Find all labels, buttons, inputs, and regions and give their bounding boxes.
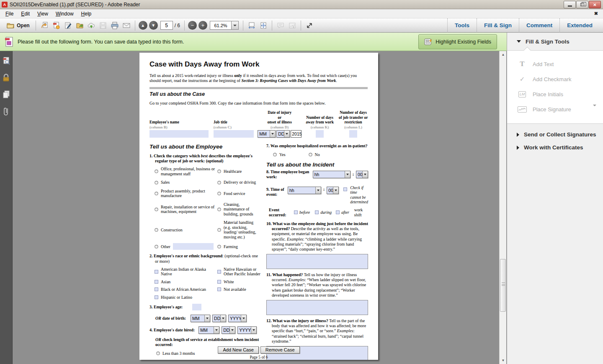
radio-option-other[interactable]: Other — [155, 243, 216, 250]
send-collect-signatures-section[interactable]: Send or Collect Signatures — [517, 131, 603, 138]
scrollbar-thumb[interactable] — [500, 259, 506, 312]
highlight-existing-fields-button[interactable]: Highlight Existing Fields — [418, 34, 497, 49]
open-button[interactable]: Open — [3, 20, 33, 31]
save-button[interactable] — [97, 20, 109, 31]
comment-tool-button[interactable] — [275, 20, 286, 31]
checkbox-icon[interactable] — [155, 280, 158, 284]
zoom-dropdown-button[interactable] — [232, 21, 239, 30]
radio-option[interactable]: Construction — [155, 220, 216, 239]
injury-day-select[interactable]: DD — [276, 130, 290, 138]
checkbox-option[interactable]: Not available — [217, 287, 261, 292]
radio-option[interactable]: Yes — [273, 152, 286, 157]
zoom-in-button[interactable]: + — [198, 21, 207, 30]
time-undetermined-checkbox[interactable] — [343, 187, 347, 191]
sign-document-button[interactable] — [62, 20, 74, 31]
event-time-minute-select[interactable]: 00 — [327, 187, 339, 194]
began-work-minute-select[interactable]: 00 — [356, 171, 368, 178]
upload-cloud-button[interactable] — [85, 20, 97, 31]
checkbox-icon[interactable] — [155, 287, 158, 291]
fill-sign-tools-header[interactable]: Fill & Sign Tools — [507, 33, 603, 50]
tab-tools[interactable]: Tools — [447, 18, 477, 33]
scroll-down-icon[interactable]: ▼ — [500, 359, 507, 362]
dob-year-select[interactable]: YYYY — [228, 315, 247, 322]
radio-option[interactable]: Delivery or driving — [217, 180, 261, 185]
days-transfer-input[interactable] — [349, 130, 357, 138]
radio-option[interactable]: Office, professional, business or manage… — [155, 167, 216, 176]
radio-icon[interactable] — [155, 208, 158, 211]
menu-window[interactable]: Window — [52, 10, 77, 18]
radio-option[interactable]: Product assembly, product manufacture — [155, 189, 216, 198]
previous-page-button[interactable]: ▲ — [139, 21, 147, 30]
next-page-button[interactable]: ▼ — [149, 21, 158, 30]
checkbox-icon[interactable] — [155, 270, 158, 274]
hired-month-select[interactable]: MM — [198, 326, 219, 334]
q10-answer-textarea[interactable] — [266, 254, 368, 269]
remove-case-button[interactable]: Remove Case — [260, 346, 300, 354]
radio-option[interactable]: No — [309, 152, 320, 157]
after-checkbox[interactable] — [336, 210, 340, 214]
radio-icon[interactable] — [155, 181, 158, 185]
radio-icon[interactable] — [217, 169, 221, 173]
close-button[interactable]: ✕ — [589, 1, 601, 8]
vertical-scrollbar[interactable]: ▲ ▼ — [499, 51, 506, 364]
radio-icon[interactable] — [217, 181, 221, 185]
dob-day-select[interactable]: DD — [212, 315, 226, 322]
radio-option[interactable]: Cleaning, maintenance of building, groun… — [217, 202, 261, 217]
scroll-up-icon[interactable]: ▲ — [500, 53, 507, 56]
restore-button[interactable] — [576, 1, 588, 8]
place-signature-tool[interactable]: Place Signature — [507, 102, 603, 117]
radio-option[interactable]: Healthcare — [217, 167, 261, 176]
injury-month-select[interactable]: MM — [258, 130, 276, 138]
zoom-level-control[interactable]: 61.2% — [210, 21, 239, 30]
checkbox-icon[interactable] — [217, 287, 221, 291]
checkbox-option[interactable]: Native Hawaiian or Other Pacific Islande… — [217, 267, 261, 277]
tab-fill-sign[interactable]: Fill & Sign — [477, 18, 519, 33]
checkbox-option[interactable]: Hispanic or Latino — [155, 295, 216, 300]
radio-icon[interactable] — [155, 228, 158, 232]
add-text-tool[interactable]: T Add Text — [507, 56, 603, 72]
menu-edit[interactable]: Edit — [17, 10, 34, 18]
save-as-other-button[interactable] — [39, 20, 50, 31]
page-number-input[interactable]: 5 — [160, 21, 173, 30]
dob-month-select[interactable]: MM — [191, 315, 210, 322]
menu-view[interactable]: View — [34, 10, 52, 18]
add-checkmark-tool[interactable]: ✓ Add Checkmark — [507, 72, 603, 87]
tab-comment[interactable]: Comment — [519, 18, 559, 33]
radio-option[interactable]: Repair, installation or service of machi… — [155, 202, 216, 217]
radio-icon[interactable] — [217, 192, 221, 195]
radio-option[interactable]: Food service — [217, 189, 261, 198]
signature-tool-button[interactable] — [286, 20, 298, 31]
began-work-hour-select[interactable]: hh — [313, 171, 350, 178]
radio-icon[interactable] — [273, 153, 277, 156]
hired-day-select[interactable]: DD — [222, 326, 235, 334]
fit-page-button[interactable] — [258, 20, 269, 31]
pages-icon[interactable] — [3, 90, 10, 99]
checkbox-option[interactable]: American Indian or Alaska Native — [155, 267, 216, 277]
radio-icon[interactable] — [217, 208, 221, 211]
print-button[interactable] — [109, 20, 121, 31]
radio-option[interactable]: Farming — [217, 243, 261, 250]
event-time-hour-select[interactable]: hh — [288, 187, 321, 194]
radio-icon[interactable] — [217, 228, 221, 232]
hired-year-select[interactable]: YYYY — [237, 326, 257, 334]
during-checkbox[interactable] — [315, 210, 319, 214]
radio-icon[interactable] — [309, 153, 312, 156]
radio-icon[interactable] — [155, 169, 158, 173]
add-new-case-button[interactable]: Add New Case — [218, 346, 258, 354]
other-input[interactable] — [173, 243, 214, 250]
signature-dropdown-icon[interactable] — [593, 106, 596, 113]
email-button[interactable] — [121, 20, 132, 31]
radio-icon[interactable] — [155, 192, 158, 195]
checkbox-option[interactable]: Black or African American — [155, 287, 216, 292]
fit-width-button[interactable] — [246, 20, 258, 31]
q11-answer-textarea[interactable] — [266, 300, 368, 315]
place-initials-tool[interactable]: LM Place Initials — [507, 87, 603, 102]
menu-help[interactable]: Help — [77, 10, 95, 18]
employee-name-input[interactable] — [149, 130, 209, 138]
menu-file[interactable]: File — [2, 10, 17, 18]
checkbox-icon[interactable] — [217, 270, 221, 274]
radio-option[interactable]: Sales — [155, 180, 216, 185]
checkbox-option[interactable]: White — [217, 279, 261, 285]
security-lock-icon[interactable] — [3, 74, 10, 82]
checkbox-icon[interactable] — [155, 295, 158, 299]
